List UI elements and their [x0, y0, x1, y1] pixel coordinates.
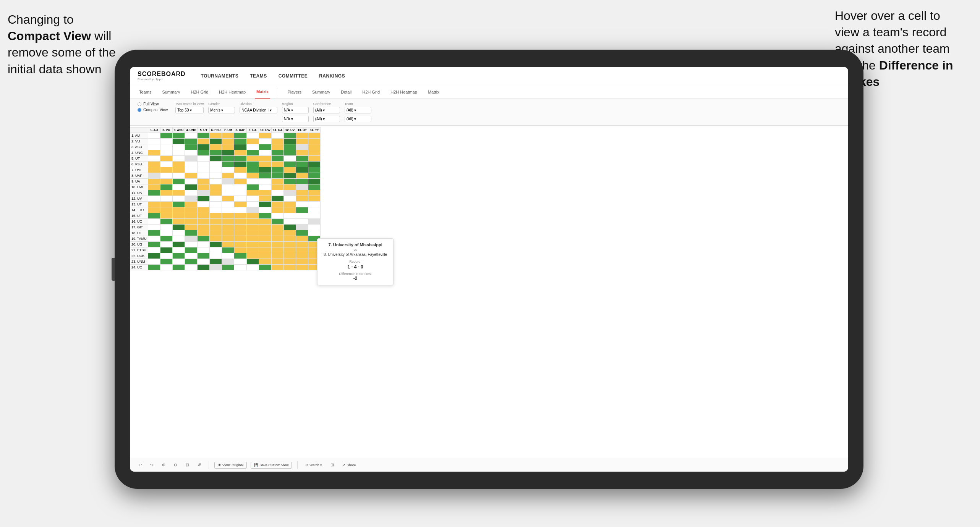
- matrix-cell[interactable]: [148, 156, 160, 162]
- subnav-players[interactable]: Players: [286, 85, 303, 99]
- subnav-h2hheatmap-l[interactable]: H2H Heatmap: [217, 85, 247, 99]
- matrix-cell[interactable]: [272, 144, 284, 150]
- matrix-cell[interactable]: [284, 139, 296, 144]
- matrix-cell[interactable]: [198, 179, 210, 184]
- matrix-cell[interactable]: [222, 207, 234, 213]
- matrix-cell[interactable]: [198, 150, 210, 156]
- matrix-cell[interactable]: [210, 167, 222, 173]
- matrix-cell[interactable]: [172, 247, 185, 253]
- matrix-cell[interactable]: [296, 133, 308, 139]
- matrix-cell[interactable]: [148, 225, 160, 230]
- matrix-cell[interactable]: [284, 253, 296, 259]
- matrix-cell[interactable]: [198, 230, 210, 236]
- subnav-h2hheatmap-r[interactable]: H2H Heatmap: [389, 85, 419, 99]
- matrix-cell[interactable]: [148, 167, 160, 173]
- matrix-cell[interactable]: [259, 213, 272, 219]
- matrix-cell[interactable]: [148, 247, 160, 253]
- matrix-cell[interactable]: [185, 190, 198, 196]
- matrix-cell[interactable]: [259, 219, 272, 225]
- matrix-cell[interactable]: [198, 139, 210, 144]
- matrix-cell[interactable]: [308, 184, 321, 190]
- matrix-cell[interactable]: [172, 190, 185, 196]
- nav-tournaments[interactable]: TOURNAMENTS: [201, 73, 239, 79]
- matrix-cell[interactable]: [234, 184, 246, 190]
- matrix-cell[interactable]: [284, 207, 296, 213]
- matrix-cell[interactable]: [160, 184, 172, 190]
- matrix-cell[interactable]: [234, 167, 246, 173]
- matrix-cell[interactable]: [259, 242, 272, 247]
- matrix-cell[interactable]: [172, 213, 185, 219]
- matrix-cell[interactable]: [148, 253, 160, 259]
- matrix-cell[interactable]: [246, 196, 259, 202]
- matrix-cell[interactable]: [259, 230, 272, 236]
- matrix-cell[interactable]: [185, 265, 198, 270]
- matrix-cell[interactable]: [308, 144, 321, 150]
- matrix-cell[interactable]: [198, 225, 210, 230]
- matrix-cell[interactable]: [308, 219, 321, 225]
- matrix-cell[interactable]: [148, 162, 160, 167]
- matrix-cell[interactable]: [284, 225, 296, 230]
- matrix-cell[interactable]: [272, 179, 284, 184]
- matrix-cell[interactable]: [296, 265, 308, 270]
- matrix-cell[interactable]: [148, 196, 160, 202]
- matrix-cell[interactable]: [272, 184, 284, 190]
- matrix-cell[interactable]: [259, 247, 272, 253]
- matrix-cell[interactable]: [160, 196, 172, 202]
- matrix-cell[interactable]: [222, 219, 234, 225]
- matrix-cell[interactable]: [172, 133, 185, 139]
- matrix-cell[interactable]: [148, 190, 160, 196]
- toolbar-share[interactable]: ↗ Share: [340, 462, 358, 468]
- matrix-cell[interactable]: [172, 144, 185, 150]
- matrix-cell[interactable]: [308, 213, 321, 219]
- matrix-cell[interactable]: [160, 162, 172, 167]
- matrix-cell[interactable]: [296, 219, 308, 225]
- matrix-cell[interactable]: [222, 150, 234, 156]
- matrix-cell[interactable]: [185, 253, 198, 259]
- matrix-cell[interactable]: [160, 236, 172, 242]
- matrix-cell[interactable]: [284, 156, 296, 162]
- matrix-cell[interactable]: [198, 219, 210, 225]
- matrix-cell[interactable]: [198, 133, 210, 139]
- toolbar-add[interactable]: ⊕: [160, 462, 168, 468]
- matrix-cell[interactable]: [296, 202, 308, 207]
- matrix-cell[interactable]: [308, 196, 321, 202]
- matrix-cell[interactable]: [160, 202, 172, 207]
- matrix-cell[interactable]: [284, 196, 296, 202]
- matrix-cell[interactable]: [259, 225, 272, 230]
- matrix-cell[interactable]: [284, 202, 296, 207]
- matrix-cell[interactable]: [160, 265, 172, 270]
- matrix-cell[interactable]: [308, 133, 321, 139]
- matrix-cell[interactable]: [210, 253, 222, 259]
- matrix-cell[interactable]: [259, 139, 272, 144]
- matrix-cell[interactable]: [198, 190, 210, 196]
- subnav-summary-l[interactable]: Summary: [160, 85, 181, 99]
- matrix-cell[interactable]: [259, 179, 272, 184]
- matrix-cell[interactable]: [148, 144, 160, 150]
- matrix-cell[interactable]: [296, 167, 308, 173]
- matrix-cell[interactable]: [272, 162, 284, 167]
- matrix-cell[interactable]: [148, 179, 160, 184]
- matrix-cell[interactable]: [222, 230, 234, 236]
- matrix-cell[interactable]: [185, 156, 198, 162]
- matrix-cell[interactable]: [296, 184, 308, 190]
- matrix-cell[interactable]: [272, 139, 284, 144]
- matrix-cell[interactable]: [284, 144, 296, 150]
- matrix-cell[interactable]: [308, 156, 321, 162]
- matrix-cell[interactable]: [296, 139, 308, 144]
- matrix-cell[interactable]: [284, 230, 296, 236]
- matrix-cell[interactable]: [185, 230, 198, 236]
- matrix-cell[interactable]: [308, 230, 321, 236]
- matrix-cell[interactable]: [246, 247, 259, 253]
- matrix-cell[interactable]: [172, 150, 185, 156]
- matrix-cell[interactable]: [296, 259, 308, 265]
- matrix-cell[interactable]: [210, 247, 222, 253]
- matrix-cell[interactable]: [172, 219, 185, 225]
- matrix-cell[interactable]: [210, 265, 222, 270]
- matrix-cell[interactable]: [222, 139, 234, 144]
- matrix-cell[interactable]: [234, 190, 246, 196]
- matrix-cell[interactable]: [210, 202, 222, 207]
- matrix-cell[interactable]: [234, 247, 246, 253]
- matrix-cell[interactable]: [160, 190, 172, 196]
- matrix-cell[interactable]: [185, 184, 198, 190]
- subnav-matrix-l[interactable]: Matrix: [255, 85, 270, 99]
